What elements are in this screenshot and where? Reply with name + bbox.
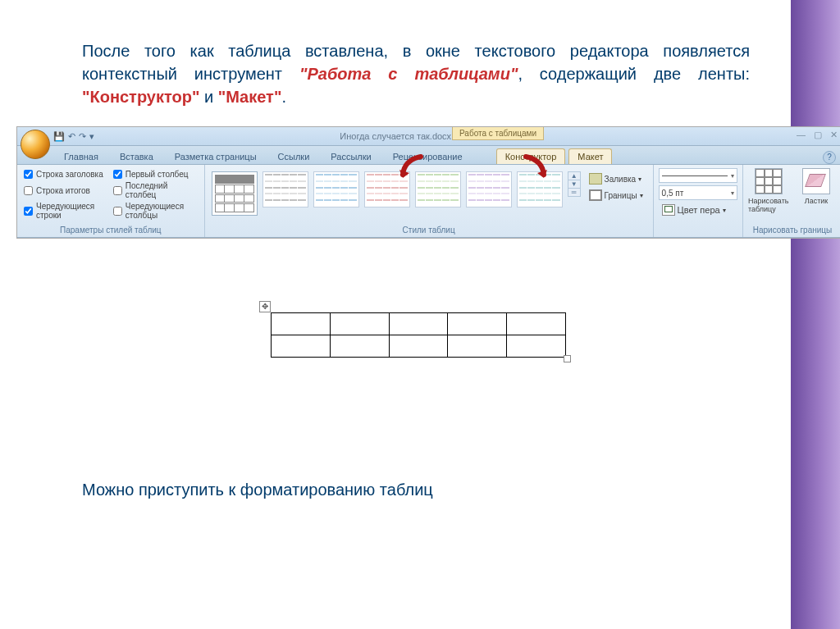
table-move-handle-icon[interactable]: ✥ bbox=[259, 301, 271, 312]
shading-label: Заливка bbox=[605, 175, 637, 184]
decorative-purple-stripe bbox=[791, 0, 840, 629]
para-and: и bbox=[199, 88, 217, 106]
office-button[interactable] bbox=[21, 130, 50, 159]
title-bar: 💾 ↶ ↷ ▾ Иногда случается так.docx - Micr… bbox=[17, 127, 840, 146]
chk-banded-rows-label: Чередующиеся строки bbox=[36, 202, 108, 220]
line-width-dropdown[interactable]: 0,5 пт▾ bbox=[659, 185, 737, 200]
chk-banded-cols-label: Чередующиеся столбцы bbox=[126, 202, 198, 220]
table-cell[interactable] bbox=[330, 335, 389, 358]
chk-total-row-label: Строка итогов bbox=[36, 186, 90, 195]
qat-save-icon[interactable]: 💾 bbox=[53, 131, 65, 142]
borders-button[interactable]: Границы▾ bbox=[586, 188, 646, 203]
table-style-plain[interactable] bbox=[212, 171, 258, 216]
table-style-3[interactable] bbox=[364, 171, 410, 207]
eraser-button[interactable]: Ластик bbox=[796, 168, 837, 213]
gallery-down-icon[interactable]: ▼ bbox=[568, 180, 580, 189]
tab-mailings[interactable]: Рассылки bbox=[322, 148, 380, 164]
chk-header-row-label: Строка заголовка bbox=[36, 170, 103, 179]
table-cell[interactable] bbox=[448, 313, 507, 335]
chk-banded-cols[interactable]: Чередующиеся столбцы bbox=[113, 202, 198, 220]
quick-access-toolbar: 💾 ↶ ↷ ▾ bbox=[53, 131, 94, 142]
table-cell[interactable] bbox=[507, 335, 566, 358]
table-cell[interactable] bbox=[448, 335, 507, 358]
sample-table-wrap: ✥ bbox=[271, 312, 566, 358]
tab-design[interactable]: Конструктор bbox=[496, 148, 566, 164]
tab-review[interactable]: Рецензирование bbox=[384, 148, 472, 164]
eraser-icon bbox=[802, 168, 830, 194]
maximize-icon[interactable]: ▢ bbox=[814, 130, 822, 140]
qat-redo-icon[interactable]: ↷ bbox=[79, 131, 86, 142]
table-style-4[interactable] bbox=[415, 171, 461, 207]
sample-table[interactable] bbox=[271, 312, 566, 358]
gallery-scroll[interactable]: ▲ ▼ ═ bbox=[568, 171, 581, 197]
minimize-icon[interactable]: — bbox=[797, 130, 806, 140]
tab-layout[interactable]: Макет bbox=[568, 148, 612, 164]
word-ribbon-screenshot: 💾 ↶ ↷ ▾ Иногда случается так.docx - Micr… bbox=[16, 126, 840, 239]
context-tools-label: Работа с таблицами bbox=[452, 127, 544, 140]
line-style-dropdown[interactable]: ▾ bbox=[659, 168, 737, 183]
gallery-up-icon[interactable]: ▲ bbox=[568, 172, 580, 180]
chk-first-col[interactable]: Первый столбец bbox=[113, 170, 198, 179]
group-style-options-label: Параметры стилей таблиц bbox=[17, 225, 204, 237]
pen-color-button[interactable]: Цвет пера▾ bbox=[659, 203, 737, 217]
gallery-more-icon[interactable]: ═ bbox=[568, 189, 580, 196]
table-cell[interactable] bbox=[272, 335, 331, 358]
shading-icon bbox=[589, 173, 602, 185]
draw-table-label: Нарисовать таблицу bbox=[748, 197, 789, 213]
group-draw-borders: Нарисовать таблицу Ластик Нарисовать гра… bbox=[743, 165, 840, 237]
bottom-caption: Можно приступить к форматированию таблиц bbox=[82, 481, 750, 499]
group-table-styles-label: Стили таблиц bbox=[205, 225, 653, 237]
para-tab2: "Макет" bbox=[218, 88, 282, 106]
tab-page-layout[interactable]: Разметка страницы bbox=[166, 148, 266, 164]
para-tool-name: "Работа с таблицами" bbox=[299, 65, 518, 83]
shading-button[interactable]: Заливка▾ bbox=[586, 171, 646, 186]
draw-table-button[interactable]: Нарисовать таблицу bbox=[748, 168, 789, 213]
pen-color-label: Цвет пера bbox=[678, 205, 720, 215]
borders-icon bbox=[589, 189, 602, 201]
table-style-1[interactable] bbox=[262, 171, 308, 207]
eraser-label: Ластик bbox=[805, 197, 829, 205]
table-style-2[interactable] bbox=[313, 171, 359, 207]
chk-last-col-label: Последний столбец bbox=[126, 181, 198, 199]
tab-insert[interactable]: Вставка bbox=[111, 148, 162, 164]
ribbon-tabs: Главная Вставка Разметка страницы Ссылки… bbox=[17, 146, 840, 165]
chk-banded-rows[interactable]: Чередующиеся строки bbox=[24, 202, 108, 220]
document-title: Иногда случается так.docx - Microsoft Wo… bbox=[17, 131, 840, 141]
chk-total-row[interactable]: Строка итогов bbox=[24, 181, 108, 199]
line-width-value: 0,5 пт bbox=[662, 189, 684, 198]
intro-paragraph: После того как таблица вставлена, в окне… bbox=[82, 39, 750, 108]
table-style-6[interactable] bbox=[517, 171, 563, 207]
para-mid: , содержащий две ленты: bbox=[518, 65, 750, 83]
pen-color-icon bbox=[662, 204, 675, 216]
table-cell[interactable] bbox=[389, 335, 448, 358]
table-style-5[interactable] bbox=[466, 171, 512, 207]
group-style-options: Строка заголовка Первый столбец Строка и… bbox=[17, 165, 205, 237]
table-cell[interactable] bbox=[507, 313, 566, 335]
chk-header-row[interactable]: Строка заголовка bbox=[24, 170, 108, 179]
window-controls: — ▢ ✕ bbox=[797, 130, 838, 140]
table-cell[interactable] bbox=[272, 313, 331, 335]
para-dot: . bbox=[281, 88, 286, 106]
group-draw-borders-label: Нарисовать границы bbox=[743, 225, 840, 237]
table-cell[interactable] bbox=[330, 313, 389, 335]
table-cell[interactable] bbox=[389, 313, 448, 335]
close-icon[interactable]: ✕ bbox=[830, 130, 838, 140]
chk-first-col-label: Первый столбец bbox=[126, 170, 189, 179]
qat-undo-icon[interactable]: ↶ bbox=[68, 131, 75, 142]
ribbon-body: Строка заголовка Первый столбец Строка и… bbox=[17, 165, 840, 238]
draw-table-icon bbox=[755, 168, 783, 194]
borders-label: Границы bbox=[605, 191, 637, 200]
chk-last-col[interactable]: Последний столбец bbox=[113, 181, 198, 199]
tab-home[interactable]: Главная bbox=[55, 148, 107, 164]
tab-references[interactable]: Ссылки bbox=[269, 148, 319, 164]
group-table-styles: ▲ ▼ ═ Заливка▾ Границы▾ Стили таблиц bbox=[205, 165, 654, 237]
para-tab1: "Конструктор" bbox=[82, 88, 199, 106]
qat-dropdown-icon[interactable]: ▾ bbox=[89, 131, 94, 142]
table-resize-handle-icon[interactable] bbox=[564, 355, 571, 362]
help-button[interactable]: ? bbox=[823, 151, 836, 164]
group-pen-settings: ▾ 0,5 пт▾ Цвет пера▾ bbox=[654, 165, 743, 237]
